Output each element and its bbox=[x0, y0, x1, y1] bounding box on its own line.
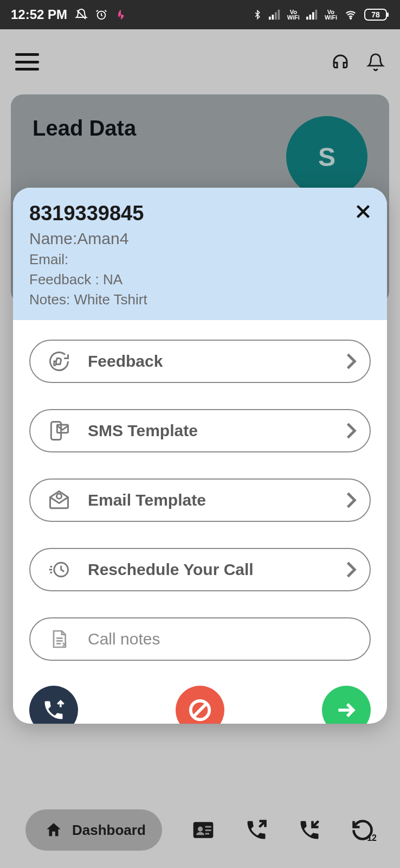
chevron-right-icon bbox=[346, 492, 357, 509]
row-sms[interactable]: SMS Template bbox=[29, 409, 371, 452]
row-callnotes-label: Call notes bbox=[88, 630, 160, 648]
signal-icon bbox=[269, 9, 281, 20]
svg-rect-3 bbox=[275, 12, 277, 20]
row-feedback[interactable]: Feedback bbox=[29, 340, 371, 383]
wifi-icon bbox=[344, 9, 358, 20]
app-icon bbox=[115, 9, 127, 21]
sms-icon bbox=[46, 417, 73, 444]
row-reschedule[interactable]: Reschedule Your Call bbox=[29, 548, 371, 591]
svg-point-9 bbox=[350, 17, 352, 18]
next-button[interactable] bbox=[322, 686, 371, 724]
email-icon bbox=[46, 487, 73, 514]
svg-point-20 bbox=[56, 494, 61, 499]
svg-text:78: 78 bbox=[371, 10, 380, 19]
chevron-right-icon bbox=[346, 353, 357, 370]
clock-icon bbox=[46, 556, 73, 583]
row-sms-label: SMS Template bbox=[88, 422, 198, 440]
row-callnotes[interactable]: Call notes bbox=[29, 617, 371, 661]
battery-icon: 78 bbox=[364, 8, 389, 21]
modal-feedback: Feedback : NA bbox=[29, 271, 371, 288]
svg-rect-2 bbox=[272, 15, 274, 20]
signal2-icon bbox=[306, 9, 318, 20]
vowifi-icon: VoWiFi bbox=[287, 9, 300, 20]
svg-rect-7 bbox=[312, 12, 314, 20]
svg-rect-19 bbox=[57, 425, 68, 433]
row-email[interactable]: Email Template bbox=[29, 478, 371, 522]
modal-email: Email: bbox=[29, 251, 371, 268]
modal-phone: 8319339845 bbox=[29, 202, 371, 225]
svg-rect-6 bbox=[309, 15, 311, 20]
chevron-right-icon bbox=[346, 561, 357, 578]
callback-button[interactable] bbox=[29, 686, 78, 724]
feedback-icon bbox=[46, 348, 73, 375]
alarm-icon bbox=[95, 9, 107, 21]
status-bar: 12:52 PM VoWiFi VoWiFi 78 bbox=[0, 0, 400, 29]
row-feedback-label: Feedback bbox=[88, 352, 163, 371]
modal-header: 8319339845 Name:Aman4 Email: Feedback : … bbox=[13, 188, 387, 320]
block-button[interactable] bbox=[176, 686, 224, 724]
status-time: 12:52 PM bbox=[11, 7, 67, 22]
svg-rect-5 bbox=[306, 17, 308, 20]
svg-rect-4 bbox=[278, 10, 280, 20]
modal-notes: Notes: White Tshirt bbox=[29, 291, 371, 308]
row-reschedule-label: Reschedule Your Call bbox=[88, 560, 254, 579]
bluetooth-icon bbox=[253, 8, 262, 21]
close-button[interactable] bbox=[351, 200, 375, 224]
vowifi2-icon: VoWiFi bbox=[325, 9, 337, 20]
lead-action-modal: 8319339845 Name:Aman4 Email: Feedback : … bbox=[13, 188, 387, 724]
row-email-label: Email Template bbox=[88, 491, 206, 509]
svg-rect-8 bbox=[315, 10, 317, 20]
modal-name: Name:Aman4 bbox=[29, 229, 371, 248]
svg-rect-11 bbox=[387, 12, 389, 17]
svg-rect-1 bbox=[269, 17, 271, 20]
mute-icon bbox=[75, 8, 88, 21]
note-icon bbox=[46, 626, 73, 653]
chevron-right-icon bbox=[346, 422, 357, 439]
